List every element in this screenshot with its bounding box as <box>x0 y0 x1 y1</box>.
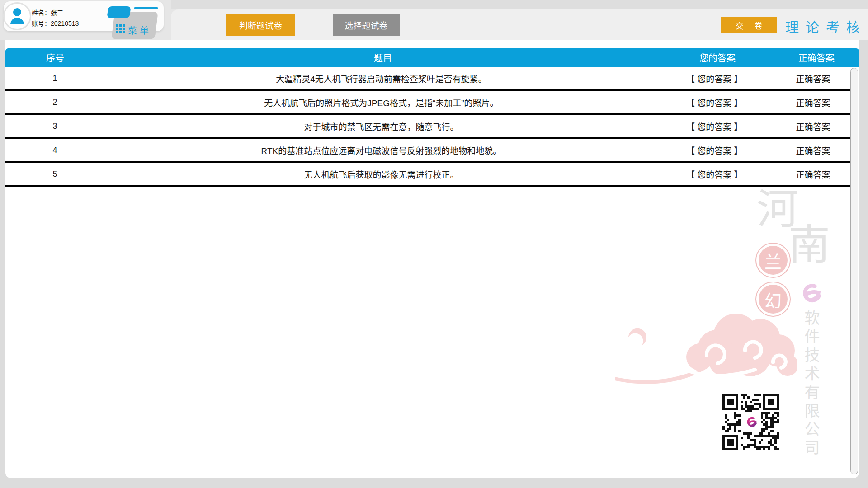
page-title: 理论考核 <box>785 16 860 36</box>
header-correct-answer: 正确答案 <box>774 51 859 64</box>
row-question: 无人机航飞后获取的影像无需进行校正。 <box>104 168 658 180</box>
menu-accent-line <box>134 7 158 9</box>
table-row: 4 RTK的基准站点位应远离对电磁波信号反射强烈的地物和地貌。 【 您的答案 】… <box>5 139 855 163</box>
correct-answer-button[interactable]: 正确答案 <box>771 96 855 108</box>
user-account-line: 账号：20210513 <box>32 19 79 28</box>
header-no: 序号 <box>5 51 105 64</box>
your-answer-button[interactable]: 【 您的答案 】 <box>658 72 771 84</box>
table-row: 1 大疆精灵4无人机飞行器启动前需检查桨叶是否有旋紧。 【 您的答案 】 正确答… <box>5 67 855 91</box>
row-question: 对于城市的禁飞区无需在意，随意飞行。 <box>104 120 658 132</box>
row-question: RTK的基准站点位应远离对电磁波信号反射强烈的地物和地貌。 <box>104 144 658 156</box>
row-number: 2 <box>5 98 104 107</box>
qr-code <box>722 394 779 450</box>
exam-page: 姓名：张三 账号：20210513 菜单 判断题试卷 选择题试卷 交卷 理论考核… <box>0 0 868 488</box>
qr-logo <box>742 414 759 431</box>
user-name-line: 姓名：张三 <box>32 8 63 17</box>
user-account-label: 账号： <box>32 20 51 27</box>
correct-answer-button[interactable]: 正确答案 <box>771 168 855 180</box>
user-name-label: 姓名： <box>32 9 51 16</box>
your-answer-button[interactable]: 【 您的答案 】 <box>658 96 771 108</box>
cloud-watermark <box>615 309 797 389</box>
watermark-char-nan: 南 <box>788 224 830 266</box>
your-answer-button[interactable]: 【 您的答案 】 <box>658 120 771 132</box>
table-body: 1 大疆精灵4无人机飞行器启动前需检查桨叶是否有旋紧。 【 您的答案 】 正确答… <box>5 67 855 187</box>
row-question: 无人机航飞后的照片格式为JPEG格式，是指“未加工”的照片。 <box>104 96 658 108</box>
content-panel: 河 南 兰 幻 软件技术有限公司 <box>5 40 859 478</box>
user-account-value: 20210513 <box>51 20 79 27</box>
correct-answer-button[interactable]: 正确答案 <box>771 120 855 132</box>
header-your-answer: 您的答案 <box>661 51 774 64</box>
row-number: 3 <box>5 122 104 131</box>
your-answer-button[interactable]: 【 您的答案 】 <box>658 144 771 156</box>
qr-finder <box>722 394 738 410</box>
row-number: 5 <box>5 169 104 179</box>
correct-answer-button[interactable]: 正确答案 <box>771 144 855 156</box>
user-name-value: 张三 <box>51 9 63 16</box>
stamp-lan-char: 兰 <box>759 246 788 275</box>
correct-answer-button[interactable]: 正确答案 <box>771 72 855 84</box>
row-number: 4 <box>5 145 104 155</box>
header-bar: 姓名：张三 账号：20210513 菜单 判断题试卷 选择题试卷 交卷 理论考核 <box>0 0 868 40</box>
stamp-lan: 兰 <box>755 243 791 278</box>
qr-finder <box>763 394 779 410</box>
user-icon <box>9 8 25 25</box>
avatar <box>3 2 31 30</box>
table-header: 序号 题目 您的答案 正确答案 <box>5 48 859 67</box>
submit-paper-label: 交卷 <box>736 19 774 31</box>
your-answer-button[interactable]: 【 您的答案 】 <box>658 168 771 180</box>
judge-paper-button[interactable]: 判断题试卷 <box>226 14 295 36</box>
menu-accent-tab <box>107 6 131 18</box>
row-question: 大疆精灵4无人机飞行器启动前需检查桨叶是否有旋紧。 <box>104 72 658 84</box>
lanhuan-logo-watermark <box>797 282 823 307</box>
scrollbar-thumb[interactable] <box>850 68 858 474</box>
row-number: 1 <box>5 74 104 83</box>
choice-paper-button[interactable]: 选择题试卷 <box>333 14 400 36</box>
qr-finder <box>722 435 738 450</box>
menu-button[interactable]: 菜单 <box>128 23 151 37</box>
header-top-strip <box>171 0 868 9</box>
watermark-company-name: 软件技术有限公司 <box>800 310 822 478</box>
header-question: 题目 <box>105 51 661 64</box>
menu-grid-icon[interactable] <box>116 24 126 34</box>
table-row: 5 无人机航飞后获取的影像无需进行校正。 【 您的答案 】 正确答案 <box>5 163 855 187</box>
table-row: 2 无人机航飞后的照片格式为JPEG格式，是指“未加工”的照片。 【 您的答案 … <box>5 91 855 115</box>
submit-paper-button[interactable]: 交卷 <box>721 17 777 33</box>
table-row: 3 对于城市的禁飞区无需在意，随意飞行。 【 您的答案 】 正确答案 <box>5 115 855 139</box>
